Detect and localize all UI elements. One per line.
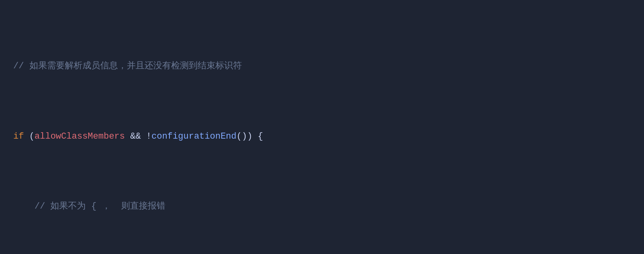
code-line-1: // 如果需要解析成员信息，并且还没有检测到结束标识符	[0, 59, 644, 74]
op-1: && !	[125, 130, 151, 143]
punct-2: ()) {	[237, 130, 263, 143]
var-allowclass: allowClassMembers	[35, 130, 125, 143]
punct-1: (	[24, 130, 34, 143]
kw-if-1: if	[13, 130, 24, 143]
comment-1: // 如果需要解析成员信息，并且还没有检测到结束标识符	[13, 59, 242, 73]
code-editor: // 如果需要解析成员信息，并且还没有检测到结束标识符 if (allowCla…	[0, 0, 644, 254]
code-line-2: if (allowClassMembers && !configurationE…	[0, 129, 644, 144]
code-line-3: // 如果不为 { ， 则直接报错	[0, 199, 644, 214]
method-confend: configurationEnd	[151, 130, 236, 143]
comment-2: // 如果不为 { ， 则直接报错	[35, 200, 166, 213]
indent-3	[13, 200, 35, 213]
